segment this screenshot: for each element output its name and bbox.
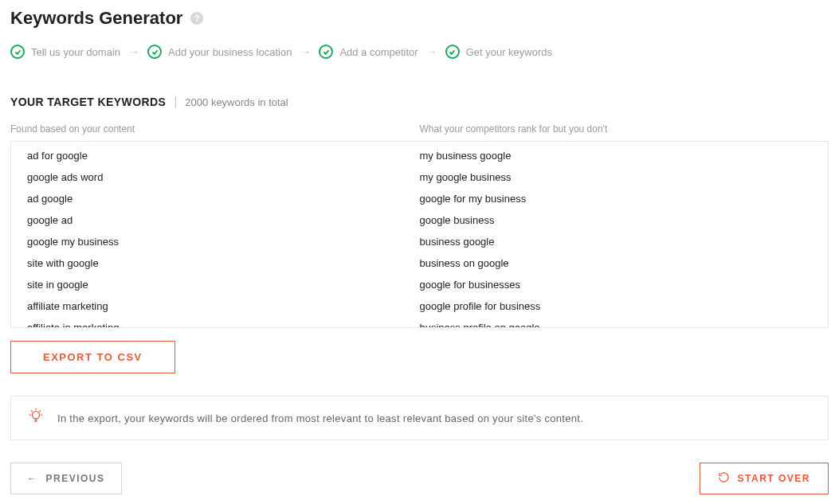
- section-header: YOUR TARGET KEYWORDS | 2000 keywords in …: [10, 95, 829, 109]
- lightbulb-icon: [27, 408, 45, 428]
- keyword-item[interactable]: site in google: [27, 279, 420, 291]
- arrow-icon: →: [426, 45, 437, 58]
- svg-point-0: [32, 412, 39, 419]
- page-title: Keywords Generator: [10, 8, 182, 29]
- restart-icon: [718, 471, 730, 486]
- check-icon: [445, 45, 460, 59]
- keyword-item[interactable]: google ads word: [27, 171, 420, 183]
- keywords-column-content: ad for google google ads word ad google …: [27, 150, 420, 319]
- tip-box: In the export, your keywords will be ord…: [10, 396, 829, 440]
- arrow-icon: →: [300, 45, 311, 58]
- step-label: Tell us your domain: [31, 46, 120, 58]
- keyword-item[interactable]: business profile on google: [420, 322, 813, 328]
- keyword-item[interactable]: affiliate marketing: [27, 300, 420, 312]
- keyword-count: 2000 keywords in total: [185, 96, 288, 108]
- export-csv-button[interactable]: EXPORT TO CSV: [10, 341, 175, 373]
- column-labels: Found based on your content What your co…: [10, 123, 829, 135]
- keyword-item[interactable]: google for businesses: [420, 279, 813, 291]
- previous-label: PREVIOUS: [46, 473, 105, 484]
- keyword-item[interactable]: my business google: [420, 150, 813, 162]
- keywords-column-competitors: my business google my google business go…: [420, 150, 813, 319]
- keyword-item[interactable]: business google: [420, 236, 813, 248]
- keyword-item[interactable]: my google business: [420, 171, 813, 183]
- check-icon: [147, 45, 162, 59]
- step-label: Get your keywords: [466, 46, 552, 58]
- keyword-item[interactable]: google for my business: [420, 193, 813, 205]
- page-header: Keywords Generator ?: [10, 8, 829, 29]
- start-over-button[interactable]: START OVER: [700, 463, 829, 494]
- keywords-table[interactable]: ad for google google ads word ad google …: [10, 141, 829, 328]
- keyword-item[interactable]: site with google: [27, 257, 420, 269]
- vertical-divider: |: [174, 95, 177, 109]
- step-label: Add your business location: [168, 46, 292, 58]
- keyword-item[interactable]: google ad: [27, 214, 420, 226]
- keyword-item[interactable]: ad for google: [27, 150, 420, 162]
- check-icon: [319, 45, 333, 59]
- keyword-item[interactable]: ad google: [27, 193, 420, 205]
- section-title: YOUR TARGET KEYWORDS: [10, 96, 166, 108]
- step-label: Add a competitor: [339, 46, 418, 58]
- arrow-icon: →: [128, 45, 139, 58]
- keyword-item[interactable]: affiliate in marketing: [27, 322, 420, 328]
- footer-buttons: ← PREVIOUS START OVER: [10, 463, 829, 494]
- keyword-item[interactable]: google my business: [27, 236, 420, 248]
- column-label-competitors: What your competitors rank for but you d…: [420, 123, 829, 135]
- arrow-left-icon: ←: [27, 473, 38, 484]
- keyword-item[interactable]: business on google: [420, 257, 813, 269]
- start-over-label: START OVER: [738, 473, 810, 484]
- column-label-content: Found based on your content: [10, 123, 420, 135]
- step-domain: Tell us your domain: [10, 45, 120, 59]
- steps-bar: Tell us your domain → Add your business …: [10, 45, 829, 59]
- step-location: Add your business location: [147, 45, 292, 59]
- check-icon: [10, 45, 25, 59]
- previous-button[interactable]: ← PREVIOUS: [10, 463, 122, 494]
- step-competitor: Add a competitor: [319, 45, 418, 59]
- help-icon[interactable]: ?: [190, 12, 203, 25]
- keyword-item[interactable]: google business: [420, 214, 813, 226]
- keyword-item[interactable]: google profile for business: [420, 300, 813, 312]
- step-keywords: Get your keywords: [445, 45, 552, 59]
- tip-text: In the export, your keywords will be ord…: [57, 412, 583, 424]
- svg-line-7: [40, 411, 41, 412]
- svg-line-6: [31, 411, 32, 412]
